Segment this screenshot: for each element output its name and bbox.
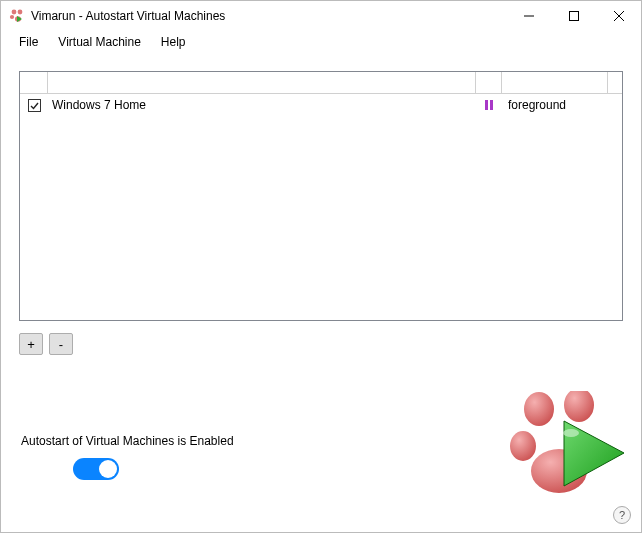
menubar: File Virtual Machine Help (1, 31, 641, 53)
grid-body: Windows 7 Home foreground (20, 94, 622, 320)
minimize-button[interactable] (506, 1, 551, 31)
table-row[interactable]: Windows 7 Home foreground (20, 94, 622, 116)
toggle-knob (99, 460, 117, 478)
svg-point-14 (563, 429, 579, 437)
row-mode: foreground (502, 98, 608, 112)
window-title: Vimarun - Autostart Virtual Machines (31, 9, 506, 23)
row-checkbox[interactable] (28, 99, 41, 112)
menu-file[interactable]: File (9, 33, 48, 51)
col-header-check[interactable] (20, 72, 48, 93)
svg-rect-6 (569, 12, 578, 21)
svg-point-1 (18, 10, 23, 15)
window-controls (506, 1, 641, 31)
autostart-label: Autostart of Virtual Machines is Enabled (21, 434, 234, 448)
remove-button[interactable]: - (49, 333, 73, 355)
vm-grid: Windows 7 Home foreground (19, 71, 623, 321)
close-button[interactable] (596, 1, 641, 31)
svg-point-9 (524, 392, 554, 426)
svg-point-11 (510, 431, 536, 461)
col-header-mode[interactable] (502, 72, 608, 93)
col-header-state[interactable] (476, 72, 502, 93)
menu-virtual-machine[interactable]: Virtual Machine (48, 33, 151, 51)
titlebar: Vimarun - Autostart Virtual Machines (1, 1, 641, 31)
autostart-toggle[interactable] (73, 458, 119, 480)
svg-point-2 (10, 15, 14, 19)
col-header-pad (608, 72, 622, 93)
row-name: Windows 7 Home (48, 98, 476, 112)
app-logo (509, 391, 629, 504)
pause-icon (476, 100, 502, 110)
main-content: Windows 7 Home foreground + - (1, 53, 641, 355)
help-button[interactable]: ? (613, 506, 631, 524)
button-row: + - (19, 333, 623, 355)
svg-point-0 (12, 10, 17, 15)
svg-point-10 (564, 391, 594, 422)
app-icon (9, 8, 25, 24)
autostart-section: Autostart of Virtual Machines is Enabled (21, 434, 234, 480)
col-header-name[interactable] (48, 72, 476, 93)
maximize-button[interactable] (551, 1, 596, 31)
grid-header (20, 72, 622, 94)
menu-help[interactable]: Help (151, 33, 196, 51)
add-button[interactable]: + (19, 333, 43, 355)
